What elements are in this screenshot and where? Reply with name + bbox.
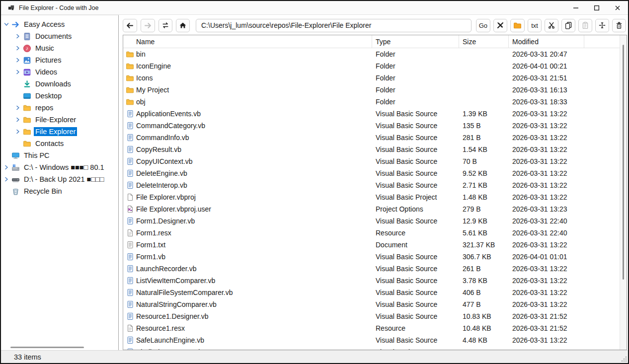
file-size: 321.37 KB	[459, 239, 509, 251]
sidebar-item-contacts[interactable]: Contacts	[1, 138, 118, 149]
chevron-right-icon[interactable]	[14, 68, 21, 76]
sidebar-item-c-windows-80-1[interactable]: C:\ - Windows ■■■□ 80.1	[1, 161, 118, 173]
sidebar-item-videos[interactable]: Videos	[1, 66, 118, 78]
tools-icon	[496, 21, 504, 29]
chevron-right-icon[interactable]	[3, 163, 10, 171]
table-row[interactable]: Resource1.resxResource10.48 KB2026-03-31…	[123, 322, 620, 334]
vb-file-icon	[126, 312, 134, 321]
file-modified: 2026-03-31 13:22	[509, 132, 584, 144]
table-row[interactable]: binFolder2026-03-31 20:47	[123, 48, 620, 60]
chevron-right-icon[interactable]	[14, 56, 21, 64]
tools-button[interactable]	[493, 19, 507, 32]
table-row[interactable]: Form1.resxResource5.61 KB2026-03-31 22:4…	[123, 227, 620, 239]
table-row[interactable]: CommandInfo.vbVisual Basic Source281 B20…	[123, 132, 620, 144]
row-filler	[584, 287, 620, 298]
table-row[interactable]: Form1.txtDocument321.37 KB2026-03-31 13:…	[123, 239, 620, 251]
cut-button[interactable]	[545, 19, 558, 32]
vb-file-icon	[126, 146, 134, 154]
table-row[interactable]: LaunchRecorder.vbVisual Basic Source261 …	[123, 263, 620, 275]
sidebar-item-repos[interactable]: repos	[1, 102, 118, 114]
file-size: 306.7 KB	[459, 251, 509, 263]
table-row[interactable]: NaturalFileSystemComparer.vbVisual Basic…	[123, 287, 620, 298]
sidebar-item-recycle-bin[interactable]: Recycle Bin	[1, 185, 118, 197]
vbproj-user-icon	[126, 205, 134, 214]
chevron-right-icon[interactable]	[14, 32, 21, 40]
vertical-scrollbar-thumb[interactable]	[623, 45, 624, 280]
file-name: LaunchRecorder.vb	[136, 265, 196, 273]
chevron-right-icon[interactable]	[14, 128, 21, 136]
close-button[interactable]	[607, 1, 628, 14]
forward-button[interactable]	[141, 19, 155, 32]
refresh-button[interactable]	[158, 19, 172, 32]
downloads-icon	[22, 79, 31, 88]
column-header-modified[interactable]: Modified	[509, 35, 584, 48]
table-row[interactable]: ApplicationEvents.vbVisual Basic Source1…	[123, 108, 620, 120]
minimize-button[interactable]	[565, 1, 586, 14]
new-folder-button[interactable]	[510, 19, 525, 32]
table-row[interactable]: objFolder2026-03-31 18:33	[123, 96, 620, 108]
new-text-button[interactable]: txt	[528, 19, 542, 32]
status-bar: 33 items	[1, 350, 628, 363]
chevron-right-icon[interactable]	[3, 175, 10, 183]
sidebar-item-d-back-up-2021[interactable]: D:\ - Back Up 2021 ■□□□	[1, 173, 118, 185]
sidebar-item-pictures[interactable]: Pictures	[1, 54, 118, 66]
sidebar-item-file-explorer[interactable]: File-Explorer	[1, 114, 118, 126]
table-row[interactable]: CopyUIContext.vbVisual Basic Source70 B2…	[123, 155, 620, 167]
table-row[interactable]: File Explorer.vbproj.userProject Options…	[123, 203, 620, 215]
sidebar-item-label: Desktop	[34, 91, 63, 100]
table-row[interactable]: DeleteEngine.vbVisual Basic Source9.52 K…	[123, 167, 620, 179]
folder-icon	[126, 86, 134, 94]
table-row[interactable]: IconEngineFolder2026-04-01 00:21	[123, 60, 620, 72]
table-row[interactable]: My ProjectFolder2026-03-31 16:13	[123, 84, 620, 96]
file-type: Visual Basic Source	[372, 144, 459, 155]
chevron-right-icon[interactable]	[14, 104, 21, 112]
chevron-down-icon[interactable]	[3, 20, 10, 28]
folder-icon	[22, 103, 31, 112]
table-row[interactable]: DeleteInterop.vbVisual Basic Source2.71 …	[123, 179, 620, 191]
row-filler	[584, 251, 620, 263]
table-row[interactable]: ShellWin32Interop.vbVisual Basic Source1…	[123, 346, 620, 350]
column-header-type[interactable]: Type	[372, 35, 459, 48]
sidebar-item-this-pc[interactable]: This PC	[1, 149, 118, 161]
table-row[interactable]: ListViewItemComparer.vbVisual Basic Sour…	[123, 275, 620, 287]
table-row[interactable]: File Explorer.vbprojVisual Basic Project…	[123, 191, 620, 203]
sidebar-item-easy-access[interactable]: Easy Access	[1, 18, 118, 30]
resize-grip-icon[interactable]	[621, 356, 627, 362]
sidebar-item-downloads[interactable]: Downloads	[1, 78, 118, 90]
chevron-spacer	[14, 80, 21, 88]
go-button[interactable]: Go	[476, 19, 490, 32]
file-name-cell: ListViewItemComparer.vb	[123, 275, 372, 287]
row-filler	[584, 263, 620, 275]
column-header-name[interactable]: Name	[123, 35, 372, 48]
paste-button[interactable]	[578, 19, 592, 32]
table-row[interactable]: SafeLaunchEngine.vbVisual Basic Source4.…	[123, 334, 620, 346]
sidebar-item-desktop[interactable]: Desktop	[1, 90, 118, 102]
table-row[interactable]: IconsFolder2026-03-31 21:51	[123, 72, 620, 84]
sidebar-item-music[interactable]: ♪Music	[1, 42, 118, 54]
nav-buttons	[123, 19, 190, 32]
table-row[interactable]: Resource1.Designer.vbVisual Basic Source…	[123, 310, 620, 322]
home-button[interactable]	[176, 19, 190, 32]
delete-button[interactable]	[612, 19, 626, 32]
maximize-button[interactable]	[586, 1, 607, 14]
back-button[interactable]	[123, 19, 137, 32]
table-row[interactable]: CopyResult.vbVisual Basic Source1.54 KB2…	[123, 144, 620, 155]
table-row[interactable]: CommandCategory.vbVisual Basic Source135…	[123, 120, 620, 132]
file-list: binFolder2026-03-31 20:47IconEngineFolde…	[123, 48, 620, 350]
chevron-right-icon[interactable]	[14, 44, 21, 52]
table-row[interactable]: NaturalStringComparer.vbVisual Basic Sou…	[123, 298, 620, 310]
table-row[interactable]: Form1.Designer.vbVisual Basic Source12.9…	[123, 215, 620, 227]
column-header-size[interactable]: Size	[459, 35, 509, 48]
table-row[interactable]: Form1.vbVisual Basic Source306.7 KB2026-…	[123, 251, 620, 263]
file-name-cell: Form1.txt	[123, 239, 372, 251]
vertical-scrollbar[interactable]	[620, 35, 627, 350]
file-type: Visual Basic Source	[372, 120, 459, 132]
chevron-right-icon[interactable]	[14, 116, 21, 124]
file-name: CommandInfo.vb	[136, 134, 189, 142]
sidebar-item-documents[interactable]: Documents	[1, 30, 118, 42]
address-bar-input[interactable]	[196, 19, 472, 32]
copy-button[interactable]	[561, 19, 575, 32]
rename-button[interactable]	[595, 19, 609, 32]
sidebar-item-file-explorer[interactable]: File Explorer	[1, 126, 118, 138]
sidebar-horizontal-scrollbar[interactable]	[10, 347, 84, 348]
